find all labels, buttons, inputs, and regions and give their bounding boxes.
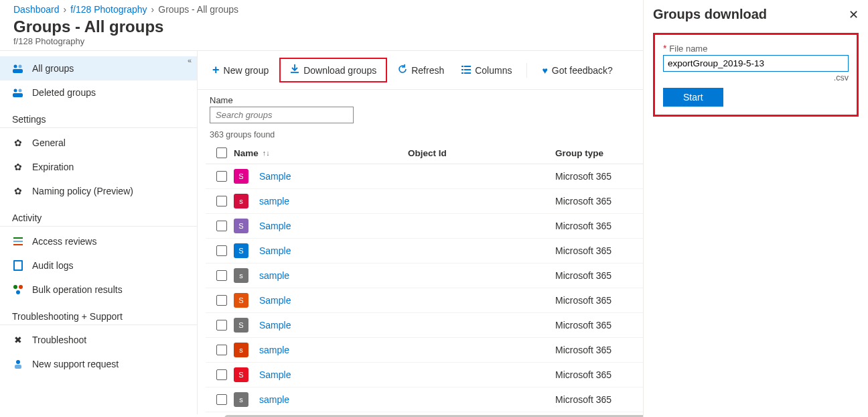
svg-rect-15 xyxy=(15,365,21,369)
group-avatar: s xyxy=(234,194,248,208)
group-name-link[interactable]: Sample xyxy=(259,245,291,256)
file-extension: .csv xyxy=(663,73,849,82)
sidebar-item-label: Access reviews xyxy=(32,236,96,247)
tools-icon: ✖ xyxy=(12,334,24,346)
group-avatar: S xyxy=(234,293,248,308)
toolbar-label: Refresh xyxy=(411,65,444,76)
svg-point-14 xyxy=(16,360,20,364)
row-checkbox[interactable] xyxy=(216,369,227,380)
deleted-groups-icon xyxy=(12,86,24,99)
row-checkbox[interactable] xyxy=(216,345,227,355)
sidebar-item-label: New support request xyxy=(32,359,119,369)
select-all-checkbox[interactable] xyxy=(216,147,227,158)
file-name-input[interactable] xyxy=(663,55,849,72)
panel-form: * File name .csv Start xyxy=(653,33,859,117)
group-avatar: s xyxy=(234,268,248,283)
breadcrumb-dashboard[interactable]: Dashboard xyxy=(13,4,60,15)
svg-rect-10 xyxy=(15,261,21,270)
section-head-support: Troubleshooting + Support xyxy=(0,302,197,325)
svg-rect-17 xyxy=(464,66,471,67)
support-icon xyxy=(12,358,24,370)
download-groups-button[interactable]: Download groups xyxy=(279,58,387,82)
row-checkbox[interactable] xyxy=(216,196,227,206)
group-name-link[interactable]: Sample xyxy=(259,221,291,231)
svg-rect-8 xyxy=(13,244,23,245)
sidebar-item-label: Audit logs xyxy=(32,260,73,271)
breadcrumb-org[interactable]: f/128 Photography xyxy=(70,4,147,15)
breadcrumb-sep: › xyxy=(151,4,155,15)
group-name-link[interactable]: Sample xyxy=(259,320,291,331)
sidebar-item-access-reviews[interactable]: Access reviews xyxy=(0,229,197,253)
sidebar-item-deleted-groups[interactable]: Deleted groups xyxy=(0,80,197,105)
col-head-object-id[interactable]: Object Id xyxy=(408,148,555,158)
heart-icon: ♥ xyxy=(542,65,547,76)
toolbar-label: Download groups xyxy=(303,65,376,76)
section-head-activity: Activity xyxy=(0,203,197,227)
sidebar-item-bulk-results[interactable]: Bulk operation results xyxy=(0,278,197,302)
svg-point-4 xyxy=(19,89,22,93)
svg-point-0 xyxy=(14,65,17,68)
group-name-link[interactable]: sample xyxy=(259,394,289,405)
col-head-label: Name xyxy=(234,148,259,158)
groups-icon xyxy=(12,62,24,74)
close-icon[interactable]: ✕ xyxy=(849,7,859,22)
sidebar-item-label: Naming policy (Preview) xyxy=(32,186,133,196)
svg-rect-19 xyxy=(464,69,471,70)
collapse-sidebar-icon[interactable]: « xyxy=(188,56,192,64)
svg-rect-6 xyxy=(13,237,23,239)
group-name-link[interactable]: Sample xyxy=(259,171,291,182)
gear-icon: ✿ xyxy=(12,185,24,197)
row-checkbox[interactable] xyxy=(216,270,227,281)
row-checkbox[interactable] xyxy=(216,394,227,405)
sidebar-item-general[interactable]: ✿ General xyxy=(0,131,197,155)
search-input[interactable] xyxy=(210,107,354,123)
toolbar-label: Columns xyxy=(475,65,512,76)
row-checkbox[interactable] xyxy=(216,245,227,256)
group-avatar: S xyxy=(234,219,248,233)
refresh-icon xyxy=(398,64,407,76)
group-name-link[interactable]: Sample xyxy=(259,369,291,380)
col-head-name[interactable]: Name ↑↓ xyxy=(234,148,408,158)
row-checkbox[interactable] xyxy=(216,221,227,231)
svg-rect-2 xyxy=(13,69,23,73)
sidebar-item-audit-logs[interactable]: Audit logs xyxy=(0,253,197,278)
sidebar-item-troubleshoot[interactable]: ✖ Troubleshoot xyxy=(0,328,197,352)
svg-point-1 xyxy=(19,65,22,68)
sidebar-item-new-support[interactable]: New support request xyxy=(0,352,197,376)
group-name-link[interactable]: Sample xyxy=(259,295,291,306)
group-name-link[interactable]: sample xyxy=(259,270,289,281)
svg-rect-16 xyxy=(461,66,463,67)
new-group-button[interactable]: + New group xyxy=(206,60,275,80)
plus-icon: + xyxy=(212,63,220,77)
sidebar-item-expiration[interactable]: ✿ Expiration xyxy=(0,155,197,179)
gear-icon: ✿ xyxy=(12,137,24,149)
breadcrumb-current: Groups - All groups xyxy=(158,4,238,15)
refresh-button[interactable]: Refresh xyxy=(391,62,451,78)
breadcrumb-sep: › xyxy=(64,4,67,15)
sidebar-item-label: Expiration xyxy=(32,162,74,172)
sidebar-item-naming-policy[interactable]: ✿ Naming policy (Preview) xyxy=(0,179,197,203)
start-button[interactable]: Start xyxy=(663,88,723,107)
toolbar-label: Got feedback? xyxy=(552,65,613,76)
sort-icon: ↑↓ xyxy=(263,149,270,157)
row-checkbox[interactable] xyxy=(216,171,227,182)
row-checkbox[interactable] xyxy=(216,295,227,306)
svg-point-11 xyxy=(13,285,17,289)
required-icon: * xyxy=(663,43,666,54)
toolbar-sep xyxy=(526,63,527,78)
group-name-link[interactable]: sample xyxy=(259,196,289,206)
svg-rect-7 xyxy=(13,241,23,242)
sidebar-item-label: Bulk operation results xyxy=(32,284,123,295)
svg-rect-21 xyxy=(464,72,471,74)
group-name-link[interactable]: sample xyxy=(259,345,289,355)
sidebar-item-all-groups[interactable]: All groups xyxy=(0,56,197,80)
columns-button[interactable]: Columns xyxy=(455,62,518,78)
feedback-button[interactable]: ♥ Got feedback? xyxy=(535,62,619,78)
columns-icon xyxy=(461,65,471,76)
list-icon xyxy=(12,235,24,247)
download-panel: Groups download ✕ * File name .csv Start xyxy=(643,0,868,417)
panel-title: Groups download xyxy=(653,7,767,22)
row-checkbox[interactable] xyxy=(216,320,227,331)
file-name-label: File name xyxy=(669,44,707,54)
bulk-icon xyxy=(12,284,24,296)
